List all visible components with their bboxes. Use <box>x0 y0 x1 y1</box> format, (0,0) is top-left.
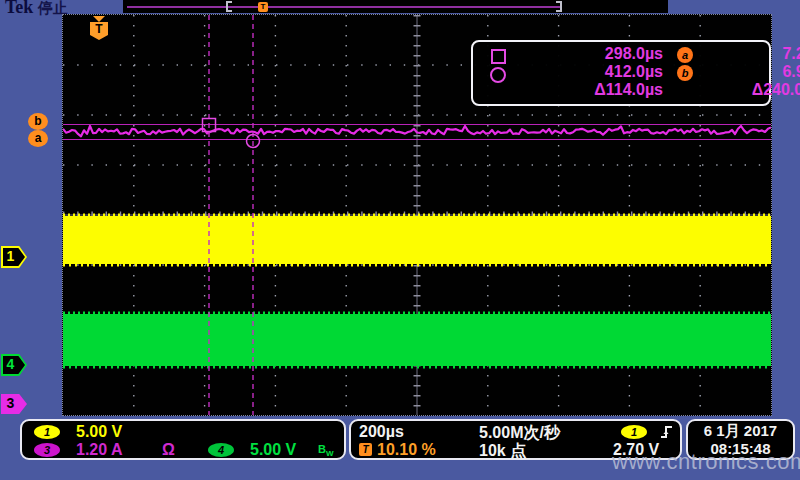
cursor-delta-time: Δ114.0µs <box>529 81 663 99</box>
horizontal-position: 10.10 % <box>377 441 436 459</box>
record-trigger-marker-icon[interactable]: T <box>258 2 268 12</box>
channel-4-trace <box>63 314 771 366</box>
square-cursor-icon <box>491 49 506 64</box>
channel-1-badge: 1 <box>34 425 60 439</box>
oscilloscope-display: Tek 停止 T T 298.0µs a 7.22 A 412.0µs b 6.… <box>0 0 800 480</box>
cursor-b-marker[interactable]: b <box>28 113 48 130</box>
cursor-b-source-badge: b <box>677 65 693 81</box>
channel-1-scale: 5.00 V <box>76 423 122 441</box>
channel-4-scale: 5.00 V <box>250 441 296 459</box>
trigger-position-arrow-icon <box>93 16 105 22</box>
tek-logo: Tek <box>5 0 33 18</box>
vertical-readout-box: 1 5.00 V 3 1.20 A Ω 4 5.00 V BW <box>20 419 346 460</box>
graticule-area: T 298.0µs a 7.22 A 412.0µs b 6.98 A Δ114… <box>62 14 772 416</box>
channel-1-position-marker[interactable]: 1 <box>1 246 27 268</box>
record-window-bracket-right <box>556 1 562 12</box>
cursor-readout-panel: 298.0µs a 7.22 A 412.0µs b 6.98 A Δ114.0… <box>471 40 771 106</box>
date-label: 6 1月 2017 <box>704 422 777 440</box>
cursor-a-source-badge: a <box>677 47 693 63</box>
horizontal-position-icon: T <box>359 443 372 456</box>
record-line <box>127 6 561 8</box>
cursor-a-marker[interactable]: a <box>28 130 48 147</box>
cursor1-value: 7.22 A <box>701 45 800 63</box>
channel-3-scale: 1.20 A <box>76 441 123 459</box>
channel-3-badge: 3 <box>34 443 60 457</box>
rising-edge-icon <box>659 424 674 440</box>
channel-4-badge: 4 <box>208 443 234 457</box>
channel-1-trace <box>63 216 771 264</box>
channel-4-position-marker[interactable]: 4 <box>1 354 27 376</box>
watermark: www.cntronics.com <box>612 449 800 475</box>
record-view-bar: T <box>123 0 668 13</box>
bandwidth-limit-icon: BW <box>318 443 334 458</box>
cursor2-value: 6.98 A <box>701 63 800 81</box>
record-window-bracket-left <box>226 1 232 12</box>
trigger-source-badge: 1 <box>621 425 647 439</box>
channel-3-coupling: Ω <box>162 441 175 459</box>
circle-cursor-icon <box>490 67 506 83</box>
record-length: 10k 点 <box>479 441 526 462</box>
channel-3-position-marker[interactable]: 3 <box>1 394 27 414</box>
cursor-delta-value: Δ240.0mA <box>701 81 800 99</box>
cursor1-time: 298.0µs <box>529 45 663 63</box>
timebase-scale: 200µs <box>359 423 404 441</box>
cursor2-time: 412.0µs <box>529 63 663 81</box>
